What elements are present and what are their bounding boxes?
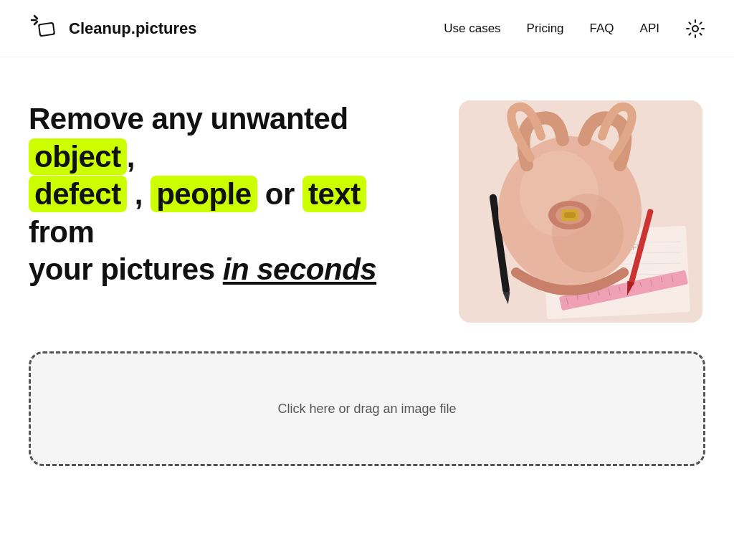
gear-icon[interactable] [685,19,705,39]
hero-text-block: Remove any unwanted object, defect , peo… [29,100,430,289]
hero-highlight-defect: defect [29,176,127,212]
main-nav: Use cases Pricing FAQ API [444,19,705,39]
nav-pricing[interactable]: Pricing [527,22,564,36]
hero-highlight-object: object [29,138,127,175]
hero-highlight-people: people [151,176,257,212]
upload-dropzone[interactable]: Click here or drag an image file [29,351,705,466]
hero-line1-prefix: Remove any unwanted [29,102,348,136]
hero-highlight-text: text [302,176,366,212]
hero-comma2: , [127,177,151,211]
nav-faq[interactable]: FAQ [590,22,614,36]
upload-section: Click here or drag an image file [0,351,734,495]
hero-heading: Remove any unwanted object, defect , peo… [29,100,430,289]
svg-point-5 [692,26,698,32]
svg-rect-36 [564,212,576,218]
svg-line-2 [34,22,37,24]
svg-line-0 [34,16,37,19]
hero-from: from [29,215,94,249]
nav-use-cases[interactable]: Use cases [444,22,500,36]
svg-rect-4 [39,23,54,34]
hero-connector-or: or [257,177,302,211]
hero-image: YUZFFI [459,100,702,323]
main-content: Remove any unwanted object, defect , peo… [0,57,734,351]
hero-in-seconds: in seconds [223,252,376,286]
upload-label: Click here or drag an image file [277,402,456,417]
hero-line3-prefix: your pictures [29,252,223,286]
hero-image-svg: YUZFFI [459,100,702,323]
logo-text: Cleanup.pictures [69,19,196,38]
logo-area[interactable]: Cleanup.pictures [29,13,196,44]
hero-comma1: , [127,140,135,174]
logo-icon [29,13,60,44]
nav-api[interactable]: API [640,22,659,36]
